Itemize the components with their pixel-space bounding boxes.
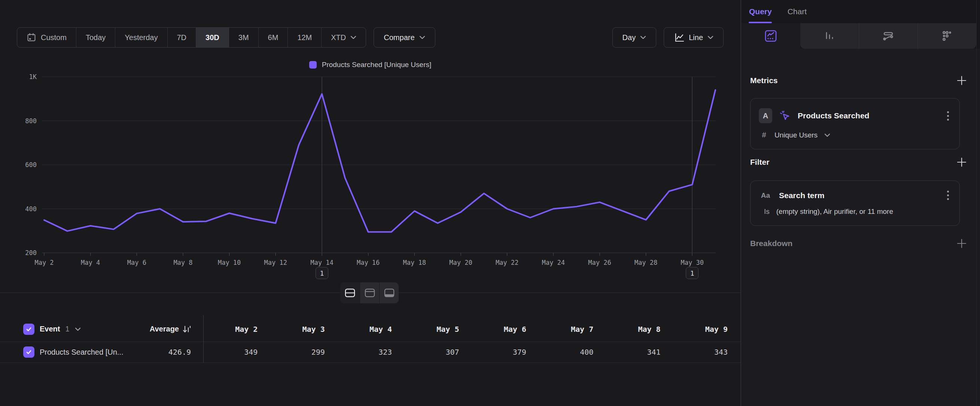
date-column-header[interactable]: May 2 [203,325,270,334]
string-property-icon: Aa [759,191,772,200]
chevron-down-icon [708,36,713,39]
date-column-header[interactable]: May 3 [270,325,337,334]
average-column-header[interactable]: Average [129,325,191,334]
inactive-view-tabs [800,23,976,49]
range-button-6m[interactable]: 6M [258,28,288,47]
chevron-down-icon[interactable] [75,327,81,331]
layout-split-button[interactable] [340,282,360,303]
chart-toolbar: CustomTodayYesterday7D30D3M6M12MXTD Comp… [17,27,724,48]
range-button-3m[interactable]: 3M [229,28,258,47]
filter-value: (empty string), Air purifier, or 11 more [776,207,893,216]
filter-options-menu[interactable] [947,191,951,200]
row-average-value: 426.9 [169,347,191,357]
row-checkbox[interactable] [23,346,35,358]
range-button-today[interactable]: Today [76,28,115,47]
granularity-button[interactable]: Day [612,27,657,48]
retention-grid-icon [940,29,954,43]
layout-table-only-button[interactable] [379,282,399,303]
metric-options-menu[interactable] [947,111,951,121]
tab-chart[interactable]: Chart [788,7,807,16]
chart-legend[interactable]: Products Searched [Unique Users] [0,61,740,69]
date-column-header[interactable]: May 4 [338,325,405,334]
filter-operator: Is [764,207,770,216]
x-axis-tick-label: May 16 [357,259,380,266]
filter-value-selector[interactable]: Is (empty string), Air purifier, or 11 m… [751,204,959,226]
breakdown-title: Breakdown [750,239,792,248]
range-button-xtd[interactable]: XTD [321,28,366,47]
filter-title: Filter [750,158,769,167]
x-axis-tick-label: May 4 [81,259,100,266]
add-filter-button[interactable] [956,156,967,168]
bar-chart-icon [823,29,836,43]
granularity-label: Day [622,33,636,42]
hash-icon: # [760,131,768,139]
view-type-tabs [741,23,980,49]
layout-chart-only-button[interactable] [360,282,379,303]
annotation-badge[interactable]: 1 [686,267,698,279]
chart-type-button[interactable]: Line [664,27,724,48]
y-axis-tick-label: 800 [25,117,37,125]
x-axis-tick-label: May 6 [127,259,146,266]
x-axis-tick-label: May 24 [542,259,565,266]
chart-only-icon [364,288,375,298]
cell-value: 323 [338,347,405,357]
legend-swatch [309,61,317,68]
view-tab-bar-chart[interactable] [800,23,859,49]
date-column-header[interactable]: May 9 [673,325,740,334]
breakdown-section-header: Breakdown [750,238,967,249]
add-breakdown-button[interactable] [956,238,967,249]
table-row[interactable]: Products Searched [Un... 426.9 349299323… [0,342,740,363]
view-tab-flows[interactable] [859,23,918,49]
compare-button[interactable]: Compare [374,27,435,48]
metric-measure-selector[interactable]: # Unique Users [751,127,959,149]
x-axis-tick-label: May 26 [588,259,611,266]
tab-query[interactable]: Query [749,7,772,16]
metric-card[interactable]: A Products Searched # Unique Users [750,98,960,150]
range-button-30d[interactable]: 30D [196,28,229,47]
range-button-yesterday[interactable]: Yesterday [115,28,167,47]
series-line[interactable] [44,90,715,232]
select-all-checkbox[interactable] [23,323,35,335]
date-column-header[interactable]: May 5 [405,325,472,334]
range-button-custom[interactable]: Custom [17,28,76,47]
x-axis-tick-label: May 12 [264,259,287,266]
filter-property-name: Search term [779,191,940,200]
query-panel: Query Chart [741,0,980,406]
y-axis-tick-label: 1K [29,73,37,81]
cell-value: 343 [673,347,740,357]
view-tab-retention[interactable] [918,23,976,49]
range-button-7d[interactable]: 7D [167,28,196,47]
x-axis-tick-label: May 18 [403,259,426,266]
date-column-header[interactable]: May 8 [606,325,673,334]
annotation-badge[interactable]: 1 [315,267,328,279]
scrollbar-gutter[interactable] [976,0,977,406]
x-axis-tick-label: May 20 [449,259,472,266]
date-column-header[interactable]: May 7 [539,325,606,334]
filter-card[interactable]: Aa Search term Is (empty string), Air pu… [750,180,960,226]
add-metric-button[interactable] [956,75,967,86]
table-only-icon [384,288,395,298]
chart-plot-area[interactable]: 1K800600400200May 2May 4May 6May 8May 10… [0,53,740,283]
insights-line-chart-icon [764,29,778,43]
line-chart-icon [674,33,684,42]
metrics-section-header: Metrics [750,75,967,86]
chevron-down-icon [419,36,425,39]
panel-tab-bar: Query Chart [741,0,980,23]
y-axis-tick-label: 600 [25,161,37,169]
event-column-header: Event [40,325,60,333]
x-axis-tick-label: May 28 [635,259,657,266]
chevron-down-icon [350,36,356,39]
date-column-header[interactable]: May 6 [472,325,539,334]
cell-value: 349 [203,347,270,357]
chevron-down-icon [824,133,830,137]
range-button-12m[interactable]: 12M [288,28,321,47]
date-range-selector: CustomTodayYesterday7D30D3M6M12MXTD [17,27,366,48]
measure-label: Unique Users [775,131,818,139]
filter-section-header: Filter [750,156,967,168]
x-axis-tick-label: May 10 [218,259,241,266]
x-axis-tick-label: May 22 [496,259,519,266]
view-tab-insights[interactable] [741,23,800,49]
flows-icon [881,29,895,43]
main-area: CustomTodayYesterday7D30D3M6M12MXTD Comp… [0,0,740,406]
split-view-icon [344,288,356,298]
